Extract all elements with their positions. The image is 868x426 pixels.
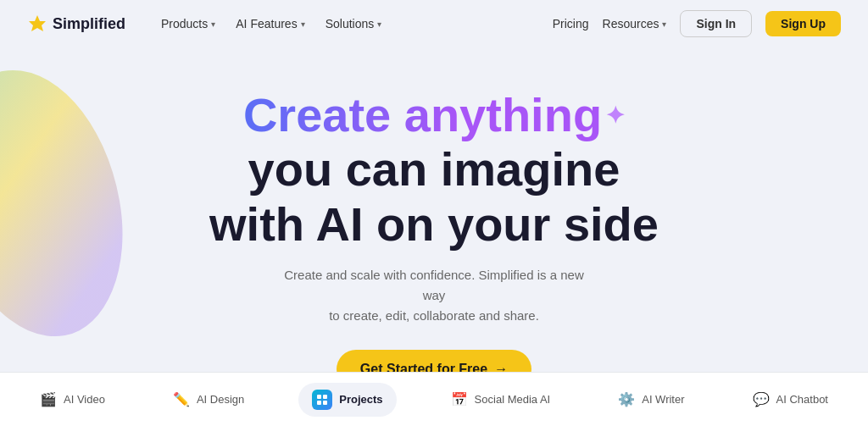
- nav-resources[interactable]: Resources ▾: [603, 17, 667, 30]
- tab-projects-label: Projects: [339, 393, 382, 406]
- svg-rect-1: [317, 395, 321, 399]
- tab-social-media-label: Social Media AI: [475, 393, 551, 406]
- video-icon: 🎬: [40, 391, 57, 407]
- tab-ai-chatbot[interactable]: 💬 AI Chatbot: [739, 385, 842, 414]
- tab-ai-chatbot-label: AI Chatbot: [776, 393, 828, 406]
- nav-right: Pricing Resources ▾ Sign In Sign Up: [553, 10, 841, 37]
- signup-button[interactable]: Sign Up: [765, 11, 841, 36]
- tab-ai-writer-label: AI Writer: [642, 393, 684, 406]
- logo[interactable]: Simplified: [27, 14, 125, 34]
- hero-subtitle: Create and scale with confidence. Simpli…: [273, 265, 595, 326]
- svg-rect-4: [323, 401, 327, 405]
- sparkle-icon: ✦: [605, 102, 625, 130]
- hero-title: Create anything✦ you can imagine with AI…: [209, 88, 659, 252]
- chatbot-icon: 💬: [753, 391, 770, 407]
- logo-icon: [27, 14, 47, 34]
- projects-icon: [312, 390, 332, 410]
- tab-projects[interactable]: Projects: [298, 383, 396, 417]
- tab-ai-writer[interactable]: ⚙️ AI Writer: [604, 385, 698, 414]
- design-icon: ✏️: [173, 391, 190, 407]
- hero-title-line1: Create anything: [243, 88, 602, 142]
- bottom-tabs: 🎬 AI Video ✏️ AI Design Projects 📅 Socia…: [0, 372, 868, 426]
- signin-button[interactable]: Sign In: [680, 10, 752, 37]
- chevron-down-icon: ▾: [377, 19, 381, 29]
- nav-ai-features[interactable]: AI Features ▾: [227, 12, 313, 36]
- tab-ai-video-label: AI Video: [64, 393, 105, 406]
- nav-products[interactable]: Products ▾: [153, 12, 224, 36]
- tab-ai-design[interactable]: ✏️ AI Design: [159, 385, 258, 414]
- nav-solutions[interactable]: Solutions ▾: [317, 12, 391, 36]
- navbar: Simplified Products ▾ AI Features ▾ Solu…: [0, 0, 868, 47]
- writer-icon: ⚙️: [618, 391, 635, 407]
- hero-section: Create anything✦ you can imagine with AI…: [0, 47, 868, 406]
- tab-ai-design-label: AI Design: [197, 393, 244, 406]
- tab-social-media-ai[interactable]: 📅 Social Media AI: [437, 385, 565, 414]
- svg-marker-0: [29, 15, 46, 31]
- nav-links: Products ▾ AI Features ▾ Solutions ▾: [153, 12, 553, 36]
- logo-text: Simplified: [53, 15, 125, 33]
- chevron-down-icon: ▾: [301, 19, 305, 29]
- nav-pricing[interactable]: Pricing: [553, 17, 589, 30]
- hero-title-line3: with AI on your side: [209, 197, 659, 252]
- svg-rect-3: [317, 401, 321, 405]
- social-media-icon: 📅: [451, 391, 468, 407]
- hero-title-line2: you can imagine: [209, 142, 659, 196]
- svg-rect-2: [323, 395, 327, 399]
- chevron-down-icon: ▾: [211, 19, 215, 29]
- chevron-down-icon: ▾: [662, 19, 666, 29]
- tab-ai-video[interactable]: 🎬 AI Video: [26, 385, 119, 414]
